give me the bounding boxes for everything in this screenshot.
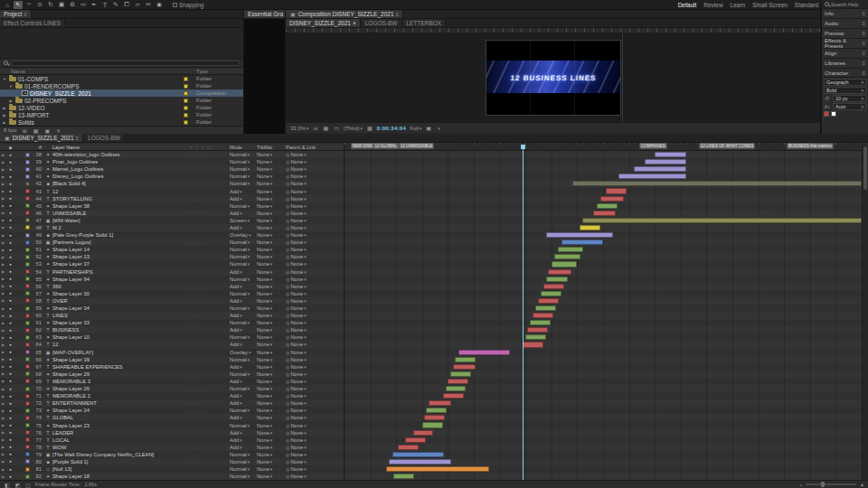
parent-link-select[interactable]: ◎None▾	[286, 284, 344, 289]
video-visibility-toggle[interactable]: ●	[6, 430, 14, 435]
expand-inout-icon[interactable]: ◫	[24, 482, 32, 488]
pickwhip-icon[interactable]: ◎	[286, 334, 289, 340]
label-color-chip[interactable]	[23, 189, 32, 193]
layer-row[interactable]: ▶●67TSHAREABLE EXPERIENCES···Add▾None▾◎N…	[0, 363, 862, 371]
parent-link-select[interactable]: ◎None▾	[286, 166, 344, 172]
trkmat-select[interactable]: None▾	[257, 152, 286, 157]
layer-name[interactable]: Disney_Logo Outlines	[52, 174, 186, 179]
layer-name[interactable]: SHAREABLE EXPERIENCES	[52, 364, 186, 370]
panel-tab-audio[interactable]: Audio≡	[822, 19, 868, 29]
label-color-chip[interactable]	[23, 394, 32, 399]
trkmat-select[interactable]: None▾	[257, 254, 286, 259]
layer-row[interactable]: ▶●44TSTORYTELLING···Add▾None▾◎None▾	[0, 195, 862, 202]
layer-row[interactable]: ▶●52✦Shape Layer 13···Normal▾None▾◎None▾	[0, 253, 862, 260]
viewer-timecode[interactable]: 0:00:34:04	[377, 126, 406, 131]
expand-transfer-controls-icon[interactable]: ◩	[14, 482, 22, 488]
blend-mode-select[interactable]: Normal▾	[230, 247, 257, 252]
disclosure-icon[interactable]: ▶	[0, 445, 6, 449]
layer-duration-bar[interactable]	[450, 371, 471, 377]
video-visibility-toggle[interactable]: ●	[6, 262, 14, 267]
label-color-chip[interactable]	[23, 153, 32, 157]
trkmat-select[interactable]: None▾	[257, 437, 286, 443]
layer-name[interactable]: [WM-Water]	[52, 218, 186, 223]
disclosure-icon[interactable]: ▶	[0, 306, 6, 311]
layer-row[interactable]: ▶●41✦Disney_Logo Outlines···Normal▾None▾…	[0, 173, 862, 180]
disclosure-icon[interactable]: ▶	[0, 298, 6, 303]
label-color-chip[interactable]	[23, 416, 32, 420]
disclosure-icon[interactable]: ▶	[0, 262, 6, 267]
stroke-color-swatch[interactable]	[831, 111, 836, 117]
trkmat-select[interactable]: None▾	[257, 203, 286, 209]
disclosure-icon[interactable]: ▶	[0, 233, 6, 238]
eraser-tool-icon[interactable]: ▱	[133, 1, 142, 9]
video-visibility-toggle[interactable]: ●	[6, 233, 14, 238]
trkmat-select[interactable]: None▾	[257, 305, 286, 311]
trkmat-select[interactable]: None▾	[257, 350, 286, 355]
trkmat-select[interactable]: None▾	[257, 277, 286, 282]
pickwhip-icon[interactable]: ◎	[286, 423, 289, 428]
font-style-select[interactable]: Bold ▾	[824, 87, 866, 94]
layer-row[interactable]: ▶●79▣[The Walt Disney Company Netflix_CL…	[0, 451, 862, 458]
layer-row[interactable]: ▶●63✦Shape Layer 10···Normal▾None▾◎None▾	[0, 333, 862, 341]
panel-tab-effects-presets[interactable]: Effects & Presets≡	[822, 39, 868, 49]
panel-menu-icon[interactable]: ≡	[862, 70, 865, 76]
trkmat-select[interactable]: None▾	[257, 445, 286, 450]
layer-switches[interactable]: ···	[186, 196, 230, 202]
parent-link-select[interactable]: ◎None▾	[286, 225, 344, 230]
comp-marker[interactable]: COMPANIES	[639, 143, 667, 149]
layer-switches[interactable]: ···	[186, 408, 230, 413]
disclosure-icon[interactable]: ▶	[0, 357, 6, 361]
layer-name[interactable]: STORYTELLING	[52, 196, 186, 202]
layer-duration-bar[interactable]	[580, 225, 600, 230]
video-visibility-toggle[interactable]: ●	[6, 387, 14, 391]
search-help[interactable]: Search Help	[822, 0, 868, 9]
snapping-checkbox[interactable]	[173, 3, 177, 7]
home-tool-icon[interactable]: ⌂	[3, 1, 12, 9]
label-color-chip[interactable]	[23, 357, 32, 361]
pickwhip-icon[interactable]: ◎	[286, 254, 289, 259]
trkmat-select[interactable]: None▾	[257, 159, 286, 164]
transparency-grid-icon[interactable]: ▩	[366, 125, 373, 131]
pickwhip-icon[interactable]: ◎	[286, 298, 289, 304]
disclosure-icon[interactable]: ▶	[0, 160, 6, 164]
pickwhip-icon[interactable]: ◎	[286, 342, 289, 347]
disclosure-icon[interactable]: ▶	[0, 328, 6, 333]
layer-row[interactable]: ▶●48TM 2···Add▾None▾◎None▾	[0, 224, 862, 231]
disclosure-icon[interactable]: ▶	[0, 291, 6, 296]
video-visibility-toggle[interactable]: ●	[6, 459, 14, 464]
parent-link-select[interactable]: ◎None▾	[286, 371, 344, 377]
label-color-chip[interactable]	[23, 255, 32, 259]
layer-duration-bar[interactable]	[422, 422, 443, 427]
parent-link-select[interactable]: ◎None▾	[286, 445, 344, 450]
trkmat-select[interactable]: None▾	[257, 400, 286, 406]
layer-duration-bar[interactable]	[455, 357, 476, 362]
label-color-chip[interactable]	[184, 120, 188, 125]
comp-marker[interactable]: 12 UNMISSABLE	[399, 143, 434, 149]
pickwhip-icon[interactable]: ◎	[286, 379, 289, 384]
disclosure-icon[interactable]: ▶	[0, 321, 6, 325]
parent-link-select[interactable]: ◎None▾	[286, 320, 344, 325]
layer-duration-bar[interactable]	[538, 298, 559, 304]
layer-switches[interactable]: ···	[186, 159, 230, 164]
video-visibility-toggle[interactable]: ●	[6, 423, 14, 427]
panel-menu-icon[interactable]: ≡	[76, 136, 80, 141]
layer-name[interactable]: Shape Layer 38	[52, 203, 186, 209]
layer-name[interactable]: M 2	[52, 225, 186, 230]
layer-duration-bar[interactable]	[546, 277, 568, 282]
parent-link-select[interactable]: ◎None▾	[286, 400, 344, 406]
blend-mode-select[interactable]: Normal▾	[230, 320, 257, 325]
trkmat-select[interactable]: None▾	[257, 313, 286, 318]
column-parent-link[interactable]: Parent & Link	[286, 145, 344, 150]
video-visibility-toggle[interactable]: ●	[6, 467, 14, 472]
font-size-select[interactable]: 10 px ▾	[833, 95, 866, 102]
layer-switches[interactable]: ···	[186, 269, 230, 275]
video-visibility-toggle[interactable]: ●	[6, 364, 14, 369]
layer-switches[interactable]: ···	[186, 298, 230, 304]
label-color-chip[interactable]	[184, 106, 188, 110]
layer-name[interactable]: 40th-television_logo Outlines	[52, 152, 186, 157]
label-color-chip[interactable]	[23, 445, 32, 449]
video-visibility-toggle[interactable]: ●	[6, 211, 14, 215]
project-item[interactable]: DISNEY_SIZZLE_2021Composition	[0, 89, 243, 97]
layer-row[interactable]: ▶●60TLINES···Add▾None▾◎None▾	[0, 312, 862, 319]
viewer-tab-logos-bw[interactable]: LOGOS-BW	[362, 19, 402, 27]
